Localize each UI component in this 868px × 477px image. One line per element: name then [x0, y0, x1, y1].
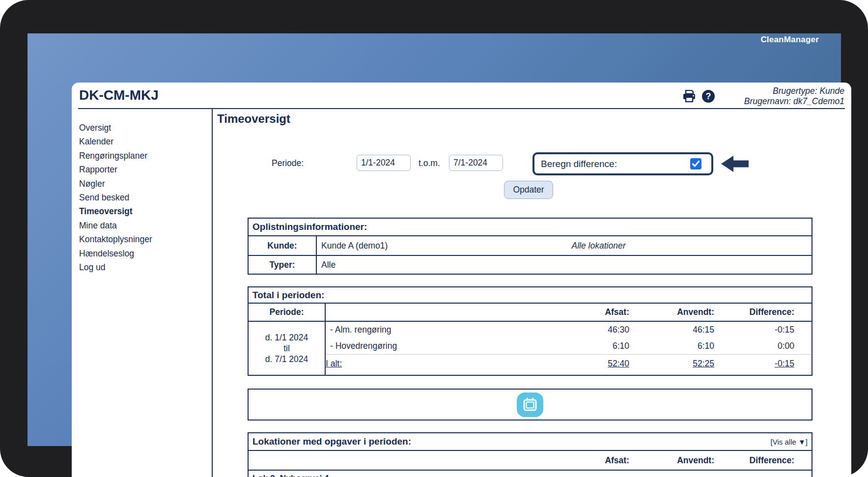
- total-period-title: Total i perioden:: [249, 287, 812, 304]
- browser-frame: CleanManager DK-CM-MKJ ? Brugertype: Kun…: [28, 33, 841, 446]
- beregn-difference-highlight-box: Beregn difference:: [532, 152, 713, 175]
- sidebar-item-send-besked[interactable]: Send besked: [72, 191, 212, 204]
- user-info: Brugertype: Kunde Brugernavn: dk7_Cdemo1: [744, 86, 844, 107]
- table-row-hovedrengoring: - Hovedrengøring 6:10 6:10 0:00: [326, 338, 812, 354]
- total-afsat-link[interactable]: 52:40: [608, 359, 629, 368]
- locations-table: Lokationer med opgaver i perioden: [Vis …: [248, 432, 812, 477]
- alle-lokationer-label: Alle lokationer: [572, 241, 626, 251]
- typer-value: Alle: [321, 260, 336, 270]
- beregn-difference-label: Beregn difference:: [541, 159, 617, 169]
- total-table-header-row: Periode: Afsat: Anvendt: Difference:: [249, 304, 812, 322]
- afsat-column-header: Afsat:: [556, 455, 629, 466]
- sidebar-item-timeoversigt[interactable]: Timeoversigt: [72, 204, 212, 218]
- sidebar-item-log-ud[interactable]: Log ud: [72, 260, 212, 274]
- beregn-difference-checkbox[interactable]: [690, 158, 701, 169]
- sidebar-item-rapporter[interactable]: Rapporter: [72, 163, 212, 176]
- sidebar-item-nogler[interactable]: Nøgler: [72, 177, 212, 191]
- sidebar-item-rengoringsplaner[interactable]: Rengøringsplaner: [72, 149, 212, 163]
- brand-label: CleanManager: [760, 35, 819, 45]
- locations-title: Lokationer med opgaver i perioden:: [252, 436, 411, 447]
- sidebar-item-mine-data[interactable]: Mine data: [72, 219, 212, 232]
- table-row-total: I alt: 52:40 52:25 -0:15: [326, 354, 812, 373]
- sidebar-item-oversigt[interactable]: Oversigt: [72, 121, 212, 135]
- table-row-kunde: Kunde: Kunde A (demo1) Alle lokationer: [249, 236, 812, 255]
- sidebar-item-haendelseslog[interactable]: Hændelseslog: [72, 247, 212, 260]
- outer-bezel: CleanManager DK-CM-MKJ ? Brugertype: Kun…: [0, 0, 868, 477]
- period-label: Periode:: [272, 158, 304, 168]
- periode-column-header: Periode:: [249, 304, 326, 321]
- app-title: DK-CM-MKJ: [79, 87, 159, 103]
- calendar-action-box: [248, 389, 812, 421]
- listing-info-table: Oplistningsinformationer: Kunde: Kunde A…: [248, 218, 812, 275]
- listing-info-title: Oplistningsinformationer:: [249, 219, 812, 236]
- page-title: Timeoversigt: [217, 112, 290, 126]
- arrow-left-icon: [721, 155, 749, 175]
- kunde-value: Kunde A (demo1): [321, 241, 388, 251]
- typer-label: Typer:: [249, 256, 317, 274]
- afsat-column-header: Afsat:: [556, 307, 629, 317]
- anvendt-column-header: Anvendt:: [629, 307, 714, 317]
- difference-column-header: Difference:: [714, 307, 794, 317]
- help-icon[interactable]: ?: [702, 90, 715, 103]
- difference-column-header: Difference:: [714, 455, 794, 466]
- locations-header-row: Afsat: Anvendt: Difference:: [249, 451, 812, 471]
- total-period-table: Total i perioden: Periode: Afsat: Anvend…: [248, 286, 812, 376]
- sidebar-nav: Oversigt Kalender Rengøringsplaner Rappo…: [72, 121, 212, 274]
- total-table-body: d. 1/1 2024 til d. 7/1 2024 - Alm. rengø…: [249, 322, 812, 375]
- period-from-input[interactable]: [357, 155, 411, 171]
- sidebar-item-kalender[interactable]: Kalender: [72, 135, 212, 148]
- tom-label: t.o.m.: [419, 158, 440, 168]
- sidebar-divider: [212, 109, 213, 477]
- print-button[interactable]: [682, 90, 696, 105]
- user-type: Brugertype: Kunde: [744, 86, 844, 96]
- period-to-input[interactable]: [449, 155, 503, 171]
- anvendt-column-header: Anvendt:: [629, 455, 714, 466]
- period-range: d. 1/1 2024 til d. 7/1 2024: [249, 322, 326, 375]
- vis-alle-dropdown[interactable]: [Vis alle ▼]: [771, 438, 808, 446]
- location-row-partial[interactable]: Lok 2, Nyborgvej 4: [249, 471, 812, 477]
- total-label[interactable]: I alt:: [326, 359, 342, 368]
- header-divider: [78, 108, 845, 109]
- calendar-button[interactable]: [517, 393, 543, 417]
- total-anvendt-link[interactable]: 52:25: [693, 359, 714, 368]
- total-difference-link[interactable]: -0:15: [775, 359, 794, 368]
- printer-icon: [682, 90, 696, 103]
- checkmark-icon: [692, 160, 700, 168]
- calendar-icon: [522, 397, 538, 412]
- update-button[interactable]: Opdater: [504, 181, 553, 199]
- app-window: DK-CM-MKJ ? Brugertype: Kunde Brugernavn…: [72, 83, 851, 477]
- table-row-typer: Typer: Alle: [249, 255, 812, 274]
- table-row-alm-rengoring: - Alm. rengøring 46:30 46:15 -0:15: [326, 322, 812, 338]
- user-name: Brugernavn: dk7_Cdemo1: [744, 96, 844, 107]
- screenshot-canvas: CleanManager DK-CM-MKJ ? Brugertype: Kun…: [0, 0, 868, 477]
- sidebar-item-kontaktoplysninger[interactable]: Kontaktoplysninger: [72, 232, 212, 246]
- kunde-label: Kunde:: [249, 236, 317, 255]
